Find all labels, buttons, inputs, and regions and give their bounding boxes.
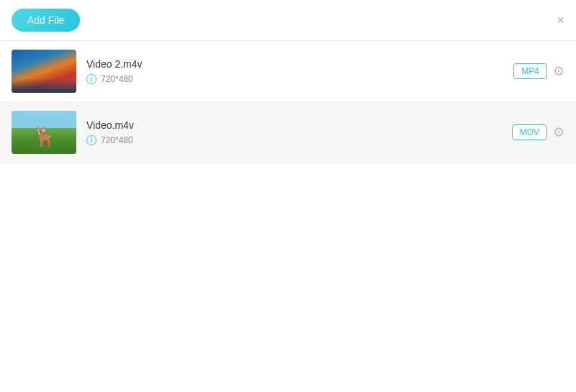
close-button[interactable]: × <box>557 14 564 27</box>
main-content <box>0 163 576 392</box>
file-list: Video 2.m4v i 720*480 MP4 ⚙ Video.m4v i … <box>0 41 576 163</box>
file-info-2: Video.m4v i 720*480 <box>86 119 512 145</box>
thumbnail-1 <box>12 50 76 93</box>
file-resolution-2: 720*480 <box>101 135 133 145</box>
file-actions-2: MOV ⚙ <box>512 124 564 140</box>
info-icon-1: i <box>86 74 96 84</box>
format-badge-2[interactable]: MOV <box>512 124 547 140</box>
file-meta-1: i 720*480 <box>86 74 513 84</box>
format-badge-1[interactable]: MP4 <box>513 63 547 79</box>
file-item-2: Video.m4v i 720*480 MOV ⚙ <box>0 102 576 163</box>
file-meta-2: i 720*480 <box>86 135 512 145</box>
file-item: Video 2.m4v i 720*480 MP4 ⚙ <box>0 41 576 102</box>
file-resolution-1: 720*480 <box>101 74 133 84</box>
file-name-1: Video 2.m4v <box>86 58 513 70</box>
header: Add File × <box>0 0 576 41</box>
file-actions-1: MP4 ⚙ <box>513 63 564 79</box>
file-info-1: Video 2.m4v i 720*480 <box>86 58 513 84</box>
settings-icon-2[interactable]: ⚙ <box>553 124 564 140</box>
file-name-2: Video.m4v <box>86 119 512 131</box>
info-icon-2: i <box>86 135 96 145</box>
thumbnail-2 <box>12 111 76 154</box>
settings-icon-1[interactable]: ⚙ <box>553 63 564 79</box>
add-file-button[interactable]: Add File <box>12 9 80 32</box>
